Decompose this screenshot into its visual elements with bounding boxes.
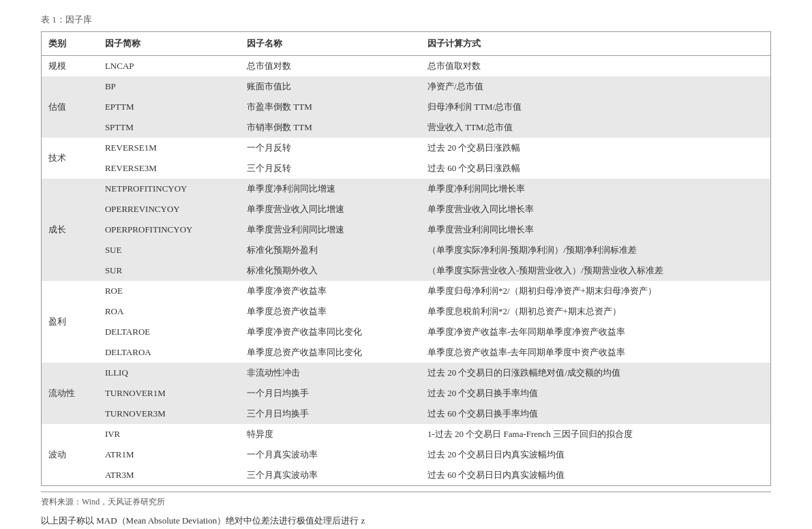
name-cell: 一个月反转 (240, 138, 421, 158)
factor-table: 类别 因子简称 因子名称 因子计算方式 规模LNCAP总市值对数总市值取对数估值… (41, 31, 771, 486)
formula-cell: 单季度净利润同比增长率 (421, 179, 771, 199)
category-cell: 成长 (42, 179, 98, 281)
table-row: 波动IVR特异度1-过去 20 个交易日 Fama-French 三因子回归的拟… (42, 424, 771, 444)
table-title: 表 1：因子库 (41, 14, 771, 26)
abbr-cell: ATR3M (98, 465, 240, 486)
abbr-cell: DELTAROE (98, 322, 240, 342)
abbr-cell: ATR1M (98, 444, 240, 465)
table-row: REVERSE3M三个月反转过去 60 个交易日涨跌幅 (42, 158, 771, 179)
abbr-cell: NETPROFITINCYOY (98, 179, 240, 199)
abbr-cell: BP (98, 76, 240, 97)
abbr-cell: TURNOVER3M (98, 404, 240, 424)
formula-cell: 总市值取对数 (421, 56, 771, 77)
formula-cell: 单季度息税前利润*2/（期初总资产+期末总资产） (421, 301, 771, 322)
abbr-cell: IVR (98, 424, 240, 444)
name-cell: 单季度营业收入同比增速 (240, 199, 421, 220)
name-cell: 单季度营业利润同比增速 (240, 220, 421, 240)
category-cell: 波动 (42, 424, 98, 486)
formula-cell: 归母净利润 TTM/总市值 (421, 97, 771, 117)
formula-cell: 过去 20 个交易日日内真实波幅均值 (421, 444, 771, 465)
name-cell: 一个月日均换手 (240, 383, 421, 404)
table-row: 成长NETPROFITINCYOY单季度净利润同比增速单季度净利润同比增长率 (42, 179, 771, 199)
category-cell: 盈利 (42, 281, 98, 363)
name-cell: 单季度净资产收益率同比变化 (240, 322, 421, 342)
name-cell: 市销率倒数 TTM (240, 117, 421, 138)
name-cell: 标准化预期外盈利 (240, 240, 421, 260)
table-row: EPTTM市盈率倒数 TTM归母净利润 TTM/总市值 (42, 97, 771, 117)
table-row: 盈利ROE单季度净资产收益率单季度归母净利润*2/（期初归母净资产+期末归母净资… (42, 281, 771, 301)
formula-cell: （单季度实际营业收入-预期营业收入）/预期营业收入标准差 (421, 260, 771, 281)
table-row: SUE标准化预期外盈利（单季度实际净利润-预期净利润）/预期净利润标准差 (42, 240, 771, 260)
abbr-cell: ROA (98, 301, 240, 322)
formula-cell: 营业收入 TTM/总市值 (421, 117, 771, 138)
abbr-cell: SUR (98, 260, 240, 281)
formula-cell: 净资产/总市值 (421, 76, 771, 97)
abbr-cell: LNCAP (98, 56, 240, 77)
table-row: DELTAROE单季度净资产收益率同比变化单季度净资产收益率-去年同期单季度净资… (42, 322, 771, 342)
table-row: 技术REVERSE1M一个月反转过去 20 个交易日涨跌幅 (42, 138, 771, 158)
abbr-cell: TURNOVER1M (98, 383, 240, 404)
name-cell: 三个月日均换手 (240, 404, 421, 424)
table-row: TURNOVER3M三个月日均换手过去 60 个交易日换手率均值 (42, 404, 771, 424)
formula-cell: 过去 60 个交易日涨跌幅 (421, 158, 771, 179)
formula-cell: 单季度营业收入同比增长率 (421, 199, 771, 220)
name-cell: 三个月反转 (240, 158, 421, 179)
abbr-cell: EPTTM (98, 97, 240, 117)
abbr-cell: REVERSE1M (98, 138, 240, 158)
name-cell: 市盈率倒数 TTM (240, 97, 421, 117)
table-row: ATR1M一个月真实波动率过去 20 个交易日日内真实波幅均值 (42, 444, 771, 465)
abbr-cell: REVERSE3M (98, 158, 240, 179)
table-row: TURNOVER1M一个月日均换手过去 20 个交易日换手率均值 (42, 383, 771, 404)
name-cell: 三个月真实波动率 (240, 465, 421, 486)
table-row: SPTTM市销率倒数 TTM营业收入 TTM/总市值 (42, 117, 771, 138)
category-cell: 流动性 (42, 363, 98, 424)
name-cell: 单季度净利润同比增速 (240, 179, 421, 199)
formula-cell: 单季度营业利润同比增长率 (421, 220, 771, 240)
name-cell: 单季度总资产收益率 (240, 301, 421, 322)
table-row: DELTAROA单季度总资产收益率同比变化单季度总资产收益率-去年同期单季度中资… (42, 342, 771, 363)
formula-cell: 过去 60 个交易日日内真实波幅均值 (421, 465, 771, 486)
name-cell: 标准化预期外收入 (240, 260, 421, 281)
formula-cell: 1-过去 20 个交易日 Fama-French 三因子回归的拟合度 (421, 424, 771, 444)
name-cell: 特异度 (240, 424, 421, 444)
abbr-cell: ROE (98, 281, 240, 301)
table-row: ROA单季度总资产收益率单季度息税前利润*2/（期初总资产+期末总资产） (42, 301, 771, 322)
table-header-row: 类别 因子简称 因子名称 因子计算方式 (42, 32, 771, 56)
abbr-cell: SUE (98, 240, 240, 260)
category-cell: 估值 (42, 76, 98, 138)
category-cell: 规模 (42, 56, 98, 77)
formula-cell: 单季度归母净利润*2/（期初归母净资产+期末归母净资产） (421, 281, 771, 301)
formula-cell: 过去 20 个交易日换手率均值 (421, 383, 771, 404)
table-row: OPERPROFITINCYOY单季度营业利润同比增速单季度营业利润同比增长率 (42, 220, 771, 240)
abbr-cell: ILLIQ (98, 363, 240, 383)
name-cell: 总市值对数 (240, 56, 421, 77)
table-row: SUR标准化预期外收入（单季度实际营业收入-预期营业收入）/预期营业收入标准差 (42, 260, 771, 281)
formula-cell: （单季度实际净利润-预期净利润）/预期净利润标准差 (421, 240, 771, 260)
name-cell: 一个月真实波动率 (240, 444, 421, 465)
table-row: OPERREVINCYOY单季度营业收入同比增速单季度营业收入同比增长率 (42, 199, 771, 220)
col-header-formula: 因子计算方式 (421, 32, 771, 56)
table-row: 规模LNCAP总市值对数总市值取对数 (42, 56, 771, 77)
name-cell: 单季度总资产收益率同比变化 (240, 342, 421, 363)
table-row: ATR3M三个月真实波动率过去 60 个交易日日内真实波幅均值 (42, 465, 771, 486)
source-note: 资料来源：Wind，天风证券研究所 (41, 492, 771, 508)
table-row: 估值BP账面市值比净资产/总市值 (42, 76, 771, 97)
formula-cell: 过去 60 个交易日换手率均值 (421, 404, 771, 424)
formula-cell: 单季度净资产收益率-去年同期单季度净资产收益率 (421, 322, 771, 342)
formula-cell: 过去 20 个交易日的日涨跌幅绝对值/成交额的均值 (421, 363, 771, 383)
bottom-text: 以上因子称以 MAD（Mean Absolute Deviation）绝对中位差… (41, 515, 771, 527)
formula-cell: 单季度总资产收益率-去年同期单季度中资产收益率 (421, 342, 771, 363)
abbr-cell: OPERREVINCYOY (98, 199, 240, 220)
abbr-cell: DELTAROA (98, 342, 240, 363)
table-row: 流动性ILLIQ非流动性冲击过去 20 个交易日的日涨跌幅绝对值/成交额的均值 (42, 363, 771, 383)
name-cell: 非流动性冲击 (240, 363, 421, 383)
abbr-cell: SPTTM (98, 117, 240, 138)
formula-cell: 过去 20 个交易日涨跌幅 (421, 138, 771, 158)
col-header-name: 因子名称 (240, 32, 421, 56)
col-header-category: 类别 (42, 32, 98, 56)
col-header-abbr: 因子简称 (98, 32, 240, 56)
name-cell: 单季度净资产收益率 (240, 281, 421, 301)
name-cell: 账面市值比 (240, 76, 421, 97)
category-cell: 技术 (42, 138, 98, 179)
abbr-cell: OPERPROFITINCYOY (98, 220, 240, 240)
